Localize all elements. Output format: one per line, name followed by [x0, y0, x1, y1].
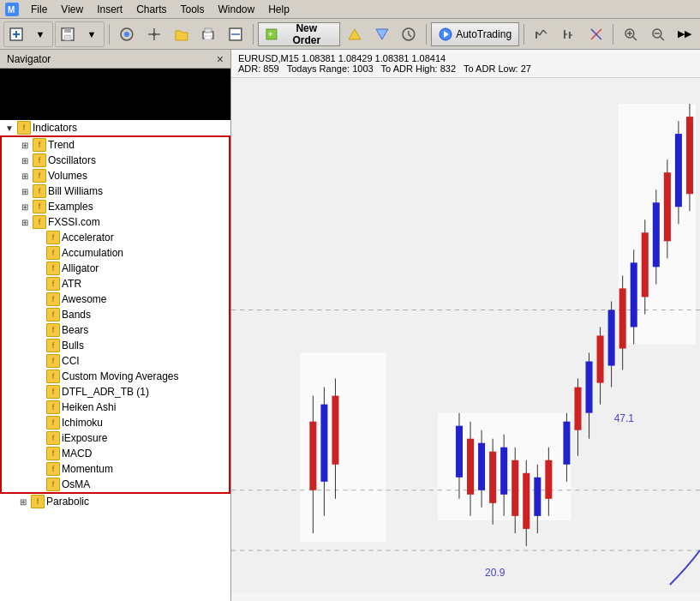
- tree-item-indicators[interactable]: ▼ f Indicators: [0, 120, 230, 135]
- tree-item-alligator[interactable]: f Alligator: [2, 261, 229, 276]
- spacer-momentum: [33, 463, 45, 475]
- chart-type-btn[interactable]: [529, 22, 554, 46]
- save-button[interactable]: [56, 22, 80, 46]
- red-border-section: ⊞ f Trend ⊞ f Oscillators ⊞ f Volumes ⊞ …: [0, 135, 230, 494]
- profiles-button[interactable]: [114, 22, 140, 46]
- svg-rect-66: [512, 460, 518, 516]
- tree-item-bill-williams[interactable]: ⊞ f Bill Williams: [2, 183, 229, 199]
- zoom-button[interactable]: [223, 22, 248, 46]
- tree-item-oscillators[interactable]: ⊞ f Oscillators: [2, 153, 229, 168]
- crosshair-button[interactable]: [141, 22, 167, 46]
- tree-item-bands[interactable]: f Bands: [2, 307, 229, 322]
- buy-btn[interactable]: [342, 22, 368, 46]
- tree-item-iexposure[interactable]: f iExposure: [2, 430, 229, 446]
- expand-bill-williams-icon: ⊞: [19, 185, 31, 197]
- svg-rect-50: [309, 422, 316, 490]
- svg-text:47.1: 47.1: [614, 412, 635, 424]
- svg-rect-84: [619, 288, 626, 348]
- tree-item-atr[interactable]: f ATR: [2, 276, 229, 291]
- menu-view[interactable]: View: [54, 2, 90, 17]
- svg-marker-20: [349, 29, 361, 39]
- indicator-icon-volumes: f: [33, 169, 46, 183]
- menu-charts[interactable]: Charts: [129, 2, 173, 17]
- scroll-right-btn[interactable]: ▶▶: [673, 22, 697, 46]
- new-dropdown-button[interactable]: ▼: [28, 22, 52, 46]
- svg-rect-62: [489, 452, 496, 503]
- indicator-icon-accelerator: f: [46, 231, 60, 244]
- chart-symbol: EURUSD,M15: [238, 53, 299, 63]
- tree-item-macd[interactable]: f MACD: [2, 446, 229, 461]
- svg-line-28: [543, 30, 547, 33]
- sep1: [109, 24, 110, 45]
- chart-prices: 1.08381 1.08429 1.08381 1.08414: [302, 53, 446, 63]
- svg-rect-15: [205, 35, 212, 39]
- history-btn[interactable]: [396, 22, 422, 46]
- tree-label-bulls: Bulls: [62, 340, 84, 352]
- spacer-iexposure: [33, 432, 45, 444]
- svg-rect-94: [675, 134, 682, 207]
- navigator-close-button[interactable]: ×: [217, 52, 224, 66]
- tree-item-ichimoku[interactable]: f Ichimoku: [2, 415, 229, 430]
- tree-label-examples: Examples: [48, 201, 93, 213]
- indicator-icon-bulls: f: [46, 339, 60, 352]
- tree-item-heiken[interactable]: f Heiken Ashi: [2, 400, 229, 415]
- svg-rect-70: [534, 478, 541, 516]
- tree-label-accumulation: Accumulation: [62, 247, 123, 259]
- tree-item-awesome[interactable]: f Awesome: [2, 291, 229, 307]
- tree-item-cci[interactable]: f CCI: [2, 353, 229, 369]
- spacer-dtfl: [33, 386, 45, 398]
- spacer-cci: [33, 355, 45, 367]
- sep3: [426, 24, 427, 45]
- tree-item-parabolic[interactable]: ⊞ f Parabolic: [0, 494, 230, 509]
- tree-label-alligator: Alligator: [62, 262, 99, 274]
- new-order-label: New Order: [281, 22, 332, 46]
- indicator-icon-parabolic: f: [31, 495, 45, 508]
- spacer-awesome: [33, 293, 45, 305]
- account-info-area: [0, 69, 230, 120]
- spacer-ichimoku: [33, 417, 45, 429]
- spacer-accelerator: [33, 231, 45, 243]
- expand-trend-icon: ⊞: [19, 139, 31, 151]
- tree-item-momentum[interactable]: f Momentum: [2, 461, 229, 477]
- print-button[interactable]: [195, 22, 221, 46]
- tree-item-accumulation[interactable]: f Accumulation: [2, 245, 229, 261]
- indicator-icon-bands: f: [46, 308, 60, 322]
- folder-button[interactable]: [169, 22, 194, 46]
- tree-label-ichimoku: Ichimoku: [62, 417, 103, 429]
- zoom-out-btn[interactable]: [645, 22, 671, 46]
- menu-tools[interactable]: Tools: [174, 2, 212, 17]
- tree-item-osma[interactable]: f OsMA: [2, 477, 229, 492]
- tree-item-custom-ma[interactable]: f Custom Moving Averages: [2, 369, 229, 384]
- svg-rect-90: [653, 202, 660, 267]
- spacer-osma: [33, 478, 45, 490]
- tree-item-bears[interactable]: f Bears: [2, 322, 229, 338]
- tree-item-trend[interactable]: ⊞ f Trend: [2, 137, 229, 153]
- new-chart-button[interactable]: [4, 22, 28, 46]
- indicators-btn[interactable]: [583, 22, 609, 46]
- autotrading-button[interactable]: AutoTrading: [431, 22, 519, 46]
- new-order-button[interactable]: + New Order: [258, 22, 340, 46]
- bar-type-btn[interactable]: [556, 22, 582, 46]
- svg-rect-54: [332, 396, 338, 465]
- save-dropdown-button[interactable]: ▼: [80, 22, 104, 46]
- svg-line-27: [540, 30, 543, 35]
- tree-item-accelerator[interactable]: f Accelerator: [2, 230, 229, 245]
- chart-todays-range-label: Todays Range:: [287, 63, 350, 74]
- menu-insert[interactable]: Insert: [90, 2, 129, 17]
- tree-item-examples[interactable]: ⊞ f Examples: [2, 199, 229, 214]
- autotrading-label: AutoTrading: [456, 28, 512, 40]
- zoom-in-btn[interactable]: [618, 22, 643, 46]
- tree-item-fxssi[interactable]: ⊞ f FXSSI.com: [2, 214, 229, 230]
- tree-item-bulls[interactable]: f Bulls: [2, 338, 229, 353]
- spacer-alligator: [33, 262, 45, 274]
- svg-rect-78: [586, 362, 593, 413]
- chart-adr-label: ADR:: [238, 63, 260, 74]
- chart-canvas[interactable]: 47.1 20.9: [231, 78, 700, 593]
- chart-area[interactable]: EURUSD,M15 1.08381 1.08429 1.08381 1.084…: [231, 50, 700, 601]
- tree-item-dtfl[interactable]: f DTFL_ADR_TB (1): [2, 384, 229, 400]
- menu-window[interactable]: Window: [212, 2, 262, 17]
- menu-help[interactable]: Help: [261, 2, 296, 17]
- tree-item-volumes[interactable]: ⊞ f Volumes: [2, 168, 229, 183]
- sell-btn[interactable]: [369, 22, 395, 46]
- menu-file[interactable]: File: [24, 2, 54, 17]
